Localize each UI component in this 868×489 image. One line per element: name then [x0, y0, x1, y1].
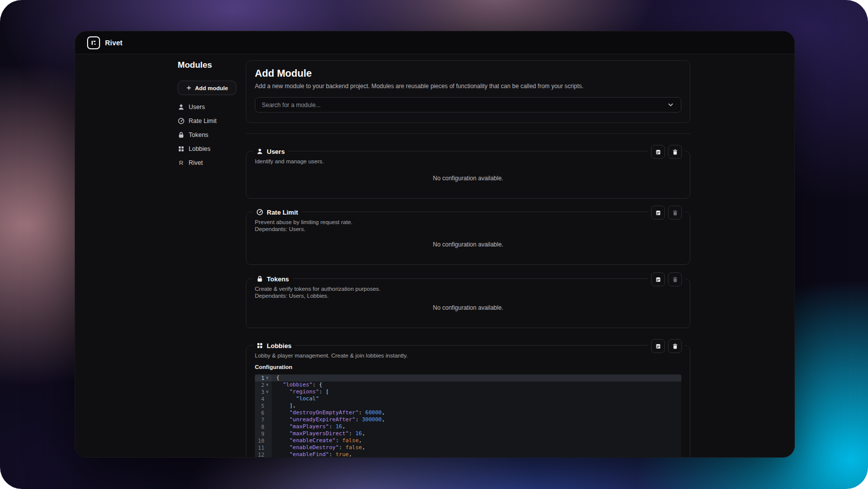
svg-text:R: R — [179, 159, 184, 166]
database-button[interactable] — [651, 206, 665, 220]
module-card-tokens: TokensCreate & verify tokens for authori… — [246, 278, 690, 328]
sidebar-item-lobbies[interactable]: Lobbies — [178, 142, 247, 156]
line-number: 9 — [256, 430, 264, 437]
config-code-editor[interactable]: 1∨{2∨ "lobbies": {3∨ "regions": [4 "loca… — [255, 374, 681, 458]
brand-name: Rivet — [105, 39, 122, 47]
editor-gutter: 2∨ — [255, 381, 272, 388]
code-line[interactable]: 8 "maxPlayers": 16, — [255, 423, 681, 430]
delete-module-button[interactable] — [668, 145, 682, 159]
add-module-button[interactable]: Add module — [178, 81, 236, 95]
module-search-select[interactable]: Search for a module... — [255, 97, 681, 113]
sidebar-item-rate-limit[interactable]: Rate Limit — [178, 114, 247, 128]
database-icon — [655, 149, 661, 155]
fold-caret-icon[interactable]: ∨ — [264, 381, 270, 388]
sidebar-item-rivet[interactable]: RRivet — [178, 156, 247, 170]
trash-icon — [672, 210, 678, 216]
grid-icon — [178, 145, 185, 152]
fold-caret-icon[interactable]: ∨ — [264, 388, 270, 395]
card-legend: Users — [253, 146, 288, 156]
line-number: 12 — [256, 451, 264, 458]
code-line[interactable]: 10 "enableCreate": false, — [255, 437, 681, 444]
code-line[interactable]: 3∨ "regions": [ — [255, 388, 681, 395]
no-configuration-text: No configuration available. — [246, 241, 690, 248]
sidebar-item-label: Tokens — [189, 131, 209, 138]
rivet-r-icon: R — [178, 159, 185, 166]
gauge-icon — [256, 209, 263, 216]
lock-icon — [178, 131, 185, 138]
editor-gutter: 12 — [255, 451, 272, 458]
code-line[interactable]: 1∨{ — [255, 374, 681, 381]
line-number: 8 — [256, 423, 264, 430]
editor-gutter: 6 — [255, 409, 272, 416]
card-legend: Tokens — [253, 274, 293, 284]
code-line[interactable]: 7 "unreadyExpireAfter": 300000, — [255, 416, 681, 423]
user-icon — [178, 104, 185, 111]
card-legend: Lobbies — [253, 341, 295, 351]
code-line[interactable]: 5 ], — [255, 402, 681, 409]
trash-icon — [672, 276, 678, 283]
line-number: 11 — [256, 444, 264, 451]
card-title: Users — [267, 148, 285, 155]
sidebar-item-tokens[interactable]: Tokens — [178, 128, 247, 142]
card-actions — [648, 272, 685, 286]
code-text: "regions": [ — [272, 388, 681, 395]
code-text: { — [272, 374, 681, 381]
plus-icon — [186, 85, 192, 91]
code-text: "maxPlayers": 16, — [272, 423, 681, 430]
delete-module-button[interactable] — [668, 339, 682, 353]
database-button[interactable] — [651, 272, 665, 286]
configuration-label: Configuration — [246, 360, 690, 370]
editor-gutter: 7 — [255, 416, 272, 423]
card-description: Lobby & player management. Create & join… — [246, 346, 690, 360]
code-line[interactable]: 9 "maxPlayersDirect": 16, — [255, 430, 681, 437]
code-text: "enableCreate": false, — [272, 437, 681, 444]
database-icon — [655, 210, 661, 216]
no-configuration-text: No configuration available. — [246, 175, 690, 182]
code-line[interactable]: 11 "enableDestroy": false, — [255, 444, 681, 451]
code-line[interactable]: 2∨ "lobbies": { — [255, 381, 681, 388]
line-number: 1 — [256, 374, 264, 381]
line-number: 7 — [256, 416, 264, 423]
gauge-icon — [178, 118, 185, 124]
trash-icon — [672, 149, 678, 155]
code-line[interactable]: 6 "destroyOnEmptyAfter": 60000, — [255, 409, 681, 416]
code-text: "local" — [272, 395, 681, 402]
rivet-logo-icon — [87, 36, 100, 49]
line-number: 5 — [256, 402, 264, 409]
sidebar-nav: UsersRate LimitTokensLobbiesRRivet — [178, 100, 247, 170]
sidebar-title: Modules — [178, 60, 247, 70]
card-actions — [648, 145, 685, 159]
line-number: 4 — [256, 395, 264, 402]
section-divider — [246, 133, 690, 134]
editor-gutter: 5 — [255, 402, 272, 409]
code-text: "maxPlayersDirect": 16, — [272, 430, 681, 437]
editor-gutter: 4 — [255, 395, 272, 402]
fold-caret-icon[interactable]: ∨ — [264, 374, 270, 381]
code-text: ], — [272, 402, 681, 409]
database-button[interactable] — [651, 339, 665, 353]
card-actions — [648, 206, 685, 220]
trash-icon — [672, 343, 678, 350]
editor-gutter: 1∨ — [255, 374, 272, 381]
module-card-lobbies: LobbiesLobby & player management. Create… — [246, 345, 690, 458]
no-configuration-text: No configuration available. — [246, 304, 690, 311]
code-text: "unreadyExpireAfter": 300000, — [272, 416, 681, 423]
code-line[interactable]: 12 "enableFind": true, — [255, 451, 681, 458]
grid-icon — [256, 342, 263, 349]
sidebar-item-label: Lobbies — [189, 145, 211, 152]
database-button[interactable] — [651, 145, 665, 159]
card-description: Prevent abuse by limiting request rate.D… — [246, 212, 690, 233]
sidebar-item-users[interactable]: Users — [178, 100, 247, 114]
card-description: Create & verify tokens for authorization… — [246, 279, 690, 299]
sidebar-item-label: Rate Limit — [189, 118, 217, 124]
module-card-users: UsersIdentify and manage users.No config… — [246, 151, 690, 199]
editor-gutter: 3∨ — [255, 388, 272, 395]
line-number: 2 — [256, 381, 264, 388]
delete-module-button[interactable] — [668, 272, 682, 286]
delete-module-button[interactable] — [668, 206, 682, 220]
card-title: Rate Limit — [267, 209, 298, 216]
code-text: "enableDestroy": false, — [272, 444, 681, 451]
database-icon — [655, 343, 661, 350]
card-title: Lobbies — [267, 342, 292, 350]
code-line[interactable]: 4 "local" — [255, 395, 681, 402]
